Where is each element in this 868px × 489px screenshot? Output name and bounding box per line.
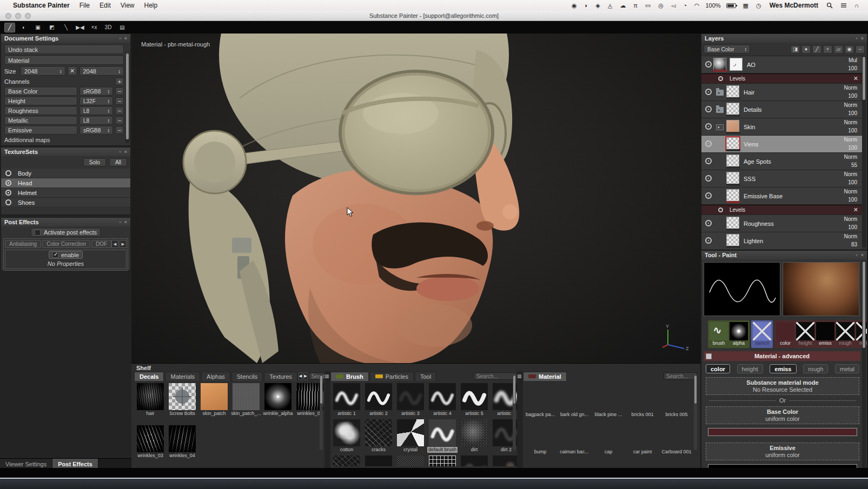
materials-search-input[interactable] — [664, 372, 697, 380]
layer-thumbnail[interactable] — [726, 85, 739, 98]
add-layer-icon[interactable]: + — [823, 45, 832, 53]
tool-slot[interactable] — [796, 322, 814, 340]
layer-visibility-toggle[interactable] — [705, 89, 712, 95]
texture-set-row[interactable]: Shoes — [1, 198, 130, 207]
shelf-decal-item[interactable] — [264, 383, 291, 410]
layer-blend-mode[interactable]: Norm — [844, 189, 857, 195]
panel-close-icon[interactable]: × — [861, 252, 864, 258]
panel-collapse-icon[interactable]: ▫ — [120, 219, 121, 225]
shelf-material-item[interactable] — [662, 383, 691, 411]
shelf-tab[interactable]: Alphas — [201, 372, 230, 381]
layer-thumbnail[interactable] — [726, 137, 739, 150]
shelf-material-item[interactable] — [628, 420, 657, 448]
post-effect-tab[interactable]: Color Correction — [42, 240, 90, 248]
layer-opacity[interactable]: 100 — [848, 145, 857, 151]
shelf-tabs-left-icon[interactable]: ◀ — [299, 372, 302, 380]
layers-scrollbar[interactable] — [862, 56, 866, 247]
shelf-brush-item[interactable] — [397, 455, 424, 466]
add-channel-button[interactable]: + — [115, 78, 124, 85]
shelf-material-item[interactable] — [662, 458, 691, 466]
layer-visibility-toggle[interactable] — [705, 192, 712, 199]
base-color-swatch[interactable] — [708, 428, 857, 436]
brushes-scrollbar[interactable] — [513, 374, 516, 450]
projection-tool[interactable]: ▣ — [32, 23, 43, 32]
size-width-spinner[interactable]: 2048▴▾ — [21, 66, 65, 76]
layer-thumbnail[interactable] — [726, 155, 739, 168]
layer-row[interactable]: Lighten Norm 83 — [701, 232, 862, 249]
layer-row[interactable]: Hair Norm 100 — [701, 84, 862, 101]
shelf-layout-grid-icon[interactable]: ▦ — [324, 373, 329, 379]
shelf-material-item[interactable] — [594, 458, 622, 466]
emissive-mode-button[interactable]: Emissive uniform color — [706, 443, 859, 460]
user-menu[interactable]: Wes McDermott — [770, 2, 818, 9]
shelf-tab[interactable]: Materials — [165, 372, 200, 381]
channel-name-field[interactable]: Emissive — [4, 126, 77, 135]
decals-scrollbar[interactable] — [320, 374, 323, 450]
tabs-scroll-right-icon[interactable]: ▶ — [120, 240, 127, 248]
shelf-decal-item[interactable] — [233, 383, 260, 410]
texture-set-radio[interactable] — [5, 170, 11, 176]
layer-thumbnail[interactable] — [730, 58, 743, 71]
shelf-material-item[interactable] — [560, 458, 588, 466]
layer-row[interactable]: SSS Norm 100 — [701, 170, 862, 187]
remove-channel-button[interactable]: − — [115, 117, 124, 124]
material-sphere-preview[interactable] — [783, 262, 859, 316]
add-fill-layer-icon[interactable]: ● — [801, 45, 811, 53]
channel-name-field[interactable]: Height — [4, 97, 77, 105]
enable-checkbox[interactable]: enable — [49, 251, 83, 259]
layer-group-icon[interactable] — [716, 124, 724, 130]
remove-effect-icon[interactable]: ✕ — [853, 75, 858, 82]
menu-item[interactable]: Edit — [100, 2, 111, 9]
shelf-layout-grid-icon[interactable]: ▦ — [517, 373, 522, 379]
document-settings-scrollbar[interactable] — [125, 53, 129, 143]
shelf-decal-item[interactable] — [137, 383, 164, 410]
remove-channel-button[interactable]: − — [115, 126, 124, 134]
paint-channel-toggle[interactable]: height — [737, 364, 763, 373]
shelf-material-item[interactable] — [526, 383, 554, 411]
shelf-decal-item[interactable] — [169, 383, 196, 410]
screen-record-icon[interactable]: ◉ — [572, 2, 577, 9]
creative-cloud-icon[interactable]: ◎ — [658, 2, 664, 9]
notification-bell-icon[interactable]: ◗ — [585, 2, 588, 9]
brushes-search-input[interactable] — [474, 372, 517, 380]
layer-blend-mode[interactable]: Norm — [844, 119, 857, 125]
shelf-brush-item[interactable] — [397, 383, 424, 410]
shelf-brush-item[interactable] — [493, 455, 517, 466]
assistant-app-icon[interactable]: ∩ — [854, 2, 859, 9]
layer-opacity[interactable]: 83 — [851, 242, 857, 247]
tool-slot[interactable] — [836, 322, 854, 340]
shelf-material-item[interactable] — [594, 383, 622, 411]
tool-slot[interactable] — [753, 322, 771, 340]
layer-blend-mode[interactable]: Norm — [844, 216, 857, 222]
shelf-brush-item[interactable] — [429, 383, 456, 410]
channel-format-dropdown[interactable]: L8▴▾ — [79, 106, 113, 115]
layer-row[interactable]: AO Mul 100 — [701, 56, 862, 73]
layer-row[interactable]: Details Norm 100 — [701, 101, 862, 118]
shelf-brush-item[interactable] — [365, 419, 392, 446]
base-color-mode-button[interactable]: Base Color uniform color — [706, 406, 859, 424]
eraser-tool[interactable]: ◐ — [18, 23, 29, 32]
shelf-brush-item[interactable] — [397, 419, 424, 446]
channel-name-field[interactable]: Roughness — [4, 106, 77, 115]
shelf-brush-item[interactable] — [333, 455, 360, 466]
layer-opacity[interactable]: 100 — [848, 224, 857, 230]
shelf-material-item[interactable] — [628, 458, 657, 466]
layers-channel-dropdown[interactable]: Base Color▴▾ — [704, 45, 750, 53]
post-effect-tab[interactable]: Antialiasing — [5, 240, 41, 248]
layer-opacity[interactable]: 100 — [848, 197, 857, 203]
paint-channel-toggle[interactable]: rough — [803, 364, 828, 373]
texture-set-radio[interactable] — [5, 180, 11, 186]
layer-visibility-toggle[interactable] — [705, 106, 712, 112]
activate-post-effects-checkbox[interactable]: Activate post effects — [31, 228, 101, 237]
size-height-spinner[interactable]: 2048▴▾ — [79, 66, 124, 76]
smudge-tool[interactable]: ╲ — [61, 23, 71, 32]
camera-tool[interactable]: ▤ — [117, 23, 128, 32]
shelf-material-item[interactable] — [560, 383, 588, 411]
window-manager-icon[interactable]: ◬ — [608, 2, 612, 9]
shelf-tab[interactable]: Tool — [415, 372, 436, 381]
layer-blend-mode[interactable]: Norm — [844, 171, 857, 177]
layer-thumbnail[interactable] — [726, 234, 739, 247]
material-advanced-header[interactable]: Material - advanced — [704, 351, 860, 361]
layer-opacity[interactable]: 55 — [851, 162, 857, 168]
panel-collapse-icon[interactable]: ▫ — [120, 149, 121, 155]
